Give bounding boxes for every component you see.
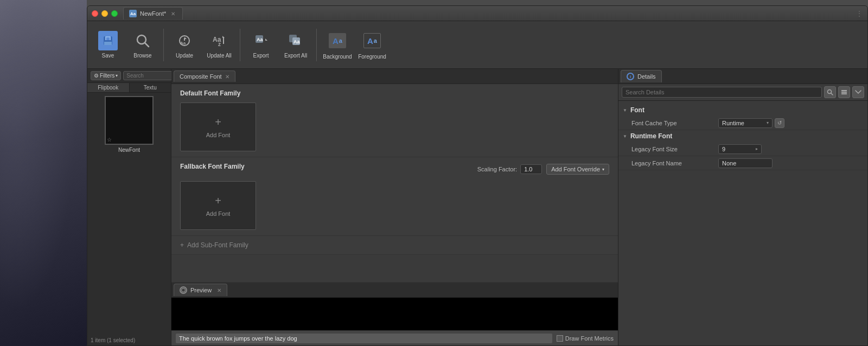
details-search-input[interactable] [622,87,822,98]
details-toggle-view-button[interactable] [852,86,864,98]
font-cache-type-reset-button[interactable]: ↺ [775,118,784,128]
legacy-font-size-row: Legacy Font Size 9 ▸ [618,142,867,156]
legacy-font-name-input[interactable]: None [718,158,773,168]
scaling-factor-input[interactable] [520,164,542,174]
composite-font-tab-label: Composite Font [180,73,222,80]
filter-button[interactable]: ⚙ Filters ▾ [91,71,121,80]
runtime-font-section-title: Runtime Font [630,132,672,140]
svg-text:z: z [218,41,221,47]
legacy-font-name-label: Legacy Font Name [631,160,718,166]
legacy-font-name-value-text: None [722,160,736,166]
content-area: ⚙ Filters ▾ Flipbook Textu ☆ [87,69,867,345]
composite-font-tab[interactable]: Composite Font ✕ [174,71,235,82]
details-search-button[interactable] [824,86,836,98]
details-content: ▼ Font Font Cache Type Runtime ▾ ↺ [618,101,867,345]
editor-tab-bar: Composite Font ✕ [171,69,618,84]
save-button[interactable]: Save [92,23,124,67]
add-sub-font-label: Add Sub-Font Family [187,241,248,249]
editor-main: Composite Font ✕ Default Font Family + A… [171,69,618,345]
export-label: Export [253,53,269,59]
add-default-font-card[interactable]: + Add Font [180,102,256,151]
minimize-button[interactable] [101,10,108,17]
asset-item-newfont[interactable]: ☆ NewFont [91,96,168,153]
fallback-font-family-header: Fallback Font Family Scaling Factor: Add… [180,163,609,176]
add-sub-font-button[interactable]: + Add Sub-Font Family [171,236,618,255]
asset-thumbnail: ☆ [105,96,154,145]
foreground-icon: A a [361,30,383,52]
legacy-font-name-value: None [718,158,863,168]
update-all-button[interactable]: Aaz Update All [203,23,235,67]
preview-section: Preview ✕ Draw Font Metrics [171,282,618,345]
runtime-font-section-header[interactable]: ▼ Runtime Font [618,130,867,142]
foreground-button[interactable]: A a Foreground [356,23,388,67]
details-tab-bar: i Details [618,69,867,84]
update-icon: Aa [175,31,194,50]
maximize-button[interactable] [111,10,118,17]
tab-icon: Aa [129,10,137,17]
draw-font-metrics-toggle[interactable]: Draw Font Metrics [557,335,614,342]
add-font-override-button[interactable]: Add Font Override ▾ [546,164,609,175]
details-tab[interactable]: i Details [621,70,662,82]
export-button[interactable]: Aa Export [245,23,277,67]
details-tab-icon: i [627,73,634,80]
close-button[interactable] [92,10,98,17]
window-menu-icon[interactable]: ⋮ [856,9,863,18]
legacy-font-size-value-text: 9 [722,146,725,152]
texture-tab[interactable]: Textu [130,83,171,92]
tab-close-button[interactable]: ✕ [169,10,177,17]
font-section-title: Font [630,106,644,114]
font-cache-type-label: Font Cache Type [631,120,718,126]
scaling-factor: Scaling Factor: [477,164,542,174]
font-section-header[interactable]: ▼ Font [618,104,867,116]
details-list-view-button[interactable] [838,86,850,98]
svg-line-5 [145,43,149,47]
flipbook-tab[interactable]: Flipbook [87,83,130,92]
preview-tab-bar: Preview ✕ [171,283,618,298]
toolbar-separator-2 [240,29,240,61]
toolbar: Save Browse Aa Update Aaz Update All [87,21,867,69]
font-cache-type-row: Font Cache Type Runtime ▾ ↺ [618,116,867,130]
asset-browser-toolbar: ⚙ Filters ▾ [87,69,171,83]
preview-tab-close[interactable]: ✕ [217,287,221,293]
asset-item-label: NewFont [118,147,140,153]
scaling-factor-label: Scaling Factor: [477,166,517,172]
tab-label: NewFont* [140,10,166,17]
svg-point-16 [182,289,186,292]
fallback-font-family-section: Fallback Font Family Scaling Factor: Add… [171,157,618,236]
legacy-font-name-row: Legacy Font Name None [618,156,867,170]
preview-text-input[interactable] [176,334,552,343]
legacy-font-size-label: Legacy Font Size [631,146,718,152]
svg-line-18 [831,93,833,95]
add-font-override-label: Add Font Override [551,166,600,172]
background-icon: A a [327,30,348,52]
toolbar-separator-3 [316,29,317,61]
filter-label: Filters [100,73,114,79]
font-cache-type-value: Runtime ▾ ↺ [718,118,863,128]
window-tab[interactable]: Aa NewFont* ✕ [123,7,183,20]
add-fallback-font-card[interactable]: + Add Font [180,181,256,230]
default-font-family-section: Default Font Family + Add Font [171,84,618,157]
save-label: Save [102,53,114,59]
draw-font-metrics-checkbox[interactable] [557,335,563,342]
background-button[interactable]: A a Background [321,23,354,67]
details-tab-label: Details [637,73,656,80]
svg-point-17 [828,90,832,94]
add-font-override-arrow-icon: ▾ [602,167,604,172]
preview-tab[interactable]: Preview ✕ [174,284,227,296]
export-icon: Aa [251,31,271,50]
details-search-bar [618,84,867,101]
asset-tabs: Flipbook Textu [87,83,171,93]
title-bar: Aa NewFont* ✕ ⋮ [87,6,867,21]
font-cache-type-dropdown[interactable]: Runtime ▾ [718,118,773,128]
composite-font-tab-close[interactable]: ✕ [225,74,229,80]
update-label: Update [176,53,193,59]
export-all-button[interactable]: Aa Export All [279,23,312,67]
browse-button[interactable]: Browse [126,23,159,67]
preview-canvas [171,298,618,330]
add-fallback-font-label: Add Font [206,210,231,217]
legacy-font-size-input[interactable]: 9 ▸ [718,144,762,154]
update-button[interactable]: Aa Update [168,23,201,67]
flipbook-tab-label: Flipbook [98,85,118,91]
svg-rect-19 [841,90,847,91]
svg-rect-21 [841,93,847,94]
